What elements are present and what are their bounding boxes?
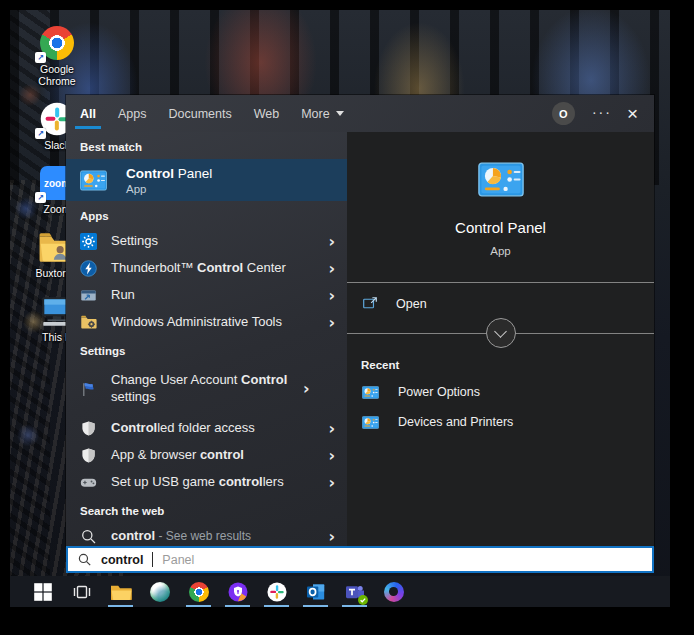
result-usb-game-controllers[interactable]: Set up USB game controllers› — [66, 469, 347, 496]
result-change-uac-settings[interactable]: Change User Account Control settings› — [66, 363, 347, 415]
control-panel-icon — [80, 170, 107, 191]
label-segment: Control — [111, 420, 157, 435]
taskbar-active-indicator — [303, 605, 328, 608]
taskbar-start[interactable] — [23, 576, 62, 607]
admin-tools-folder-icon — [80, 314, 97, 331]
control-panel-icon — [362, 386, 379, 399]
taskbar-active-indicator — [264, 605, 289, 608]
taskbar-task-view[interactable] — [62, 576, 101, 607]
label-segment: settings — [111, 389, 156, 404]
result-control-web-search[interactable]: control - See web results› — [66, 523, 347, 546]
label-segment: Control — [126, 166, 174, 181]
label-segment: Thunderbolt™ — [111, 260, 197, 275]
control-panel-icon — [362, 416, 379, 429]
security-shield-app-icon — [228, 582, 248, 602]
search-filter-tabbar: AllAppsDocumentsWebMore O ··· × — [66, 95, 654, 132]
label-segment: Control — [197, 260, 243, 275]
result-run[interactable]: Run› — [66, 282, 347, 309]
result-label: control - See web results — [111, 528, 314, 545]
preview-title: Control Panel — [455, 219, 546, 236]
options-ellipsis-icon[interactable]: ··· — [592, 104, 612, 120]
search-input[interactable]: control Panel — [66, 546, 654, 573]
chevron-right-icon: › — [328, 421, 335, 437]
label-segment: Windows Administrative Tools — [111, 314, 282, 329]
defender-shield-icon — [80, 447, 97, 464]
taskbar-slack[interactable] — [257, 576, 296, 607]
desktop-icon-google-chrome[interactable]: ↗Google Chrome — [22, 26, 92, 87]
label-segment: Change User Account — [111, 372, 241, 387]
tab-more[interactable]: More — [301, 95, 343, 132]
preview-subtitle: App — [490, 245, 510, 257]
result-label: Set up USB game controllers — [111, 474, 314, 491]
task-view-icon — [72, 582, 92, 602]
best-match-header: Best match — [66, 132, 347, 159]
result-controlled-folder-access[interactable]: Controlled folder access› — [66, 415, 347, 442]
tab-label: Web — [254, 107, 279, 121]
start-search-panel: AllAppsDocumentsWebMore O ··· × Best mat… — [66, 95, 654, 546]
shortcut-arrow-icon: ↗ — [35, 128, 46, 139]
slack-icon — [267, 582, 287, 602]
uac-flag-icon — [80, 381, 97, 398]
tab-documents[interactable]: Documents — [168, 95, 231, 132]
open-label: Open — [396, 297, 427, 311]
tab-web[interactable]: Web — [254, 95, 279, 132]
taskbar-outlook[interactable] — [296, 576, 335, 607]
result-windows-administrative-tools[interactable]: Windows Administrative Tools› — [66, 309, 347, 336]
taskbar-teams[interactable] — [335, 576, 374, 607]
label-segment: Set up USB game — [111, 474, 219, 489]
tab-apps[interactable]: Apps — [118, 95, 147, 132]
result-app-browser-control[interactable]: App & browser control› — [66, 442, 347, 469]
search-magnifier-icon — [80, 528, 97, 545]
taskbar-copilot[interactable] — [374, 576, 413, 607]
tab-label: Apps — [118, 107, 147, 121]
result-thunderbolt-control-center[interactable]: Thunderbolt™ Control Center› — [66, 255, 347, 282]
chrome-icon: ↗ — [38, 26, 76, 60]
expand-chevron-button[interactable] — [486, 318, 516, 348]
chevron-down-icon — [336, 111, 344, 116]
search-typed-text: control — [101, 553, 143, 567]
best-match-text: Control Panel App — [126, 166, 212, 195]
chevron-right-icon: › — [328, 529, 335, 545]
result-control-panel-best-match[interactable]: Control Panel App — [66, 159, 347, 201]
label-segment: Control — [241, 372, 287, 387]
taskbar-active-indicator — [225, 605, 250, 608]
taskbar-app-green-sphere[interactable] — [140, 576, 179, 607]
taskbar-chrome[interactable] — [179, 576, 218, 607]
taskbar-file-explorer[interactable] — [101, 576, 140, 607]
search-panel-body: Best match Control Panel App AppsSetting… — [66, 132, 654, 546]
recent-label: Power Options — [398, 385, 480, 399]
result-settings[interactable]: Settings› — [66, 228, 347, 255]
chevron-right-icon: › — [328, 261, 335, 277]
defender-shield-icon — [80, 420, 97, 437]
best-match-title: Control Panel — [126, 166, 212, 181]
shortcut-arrow-icon: ↗ — [35, 52, 46, 63]
section-header: Search the web — [66, 496, 347, 523]
label-segment: control — [219, 474, 263, 489]
chevron-right-icon: › — [328, 234, 335, 250]
recent-devices-and-printers[interactable]: Devices and Printers — [347, 407, 654, 437]
tab-all[interactable]: All — [80, 95, 96, 132]
recent-label: Devices and Printers — [398, 415, 513, 429]
chevron-right-icon: › — [328, 315, 335, 331]
label-segment: lers — [263, 474, 284, 489]
label-segment: control — [200, 447, 244, 462]
result-label: App & browser control — [111, 447, 314, 464]
recent-power-options[interactable]: Power Options — [347, 377, 654, 407]
desktop-screen: ↗Google Chrome↗Slackzoom↗ZoomBuxton CThi… — [10, 10, 670, 607]
preview-column: Control Panel App Open Recent Power Opti… — [347, 132, 654, 546]
section-header: Settings — [66, 336, 347, 363]
user-avatar[interactable]: O — [552, 102, 575, 125]
result-sections: AppsSettings›Thunderbolt™ Control Center… — [66, 201, 347, 546]
taskbar-security-app[interactable] — [218, 576, 257, 607]
label-segment: control — [111, 528, 155, 543]
taskbar-active-indicator — [342, 605, 367, 608]
best-match-subtitle: App — [126, 183, 212, 195]
status-available-badge — [358, 595, 368, 605]
chevron-right-icon: › — [303, 381, 310, 397]
close-icon[interactable]: × — [627, 104, 638, 123]
taskbar — [10, 576, 670, 607]
copilot-icon — [384, 582, 404, 602]
control-panel-icon — [478, 162, 524, 197]
result-label: Settings — [111, 233, 314, 250]
windows-desktop: { "colors": { "accent_blue": "#1a8ad1", … — [0, 0, 694, 635]
